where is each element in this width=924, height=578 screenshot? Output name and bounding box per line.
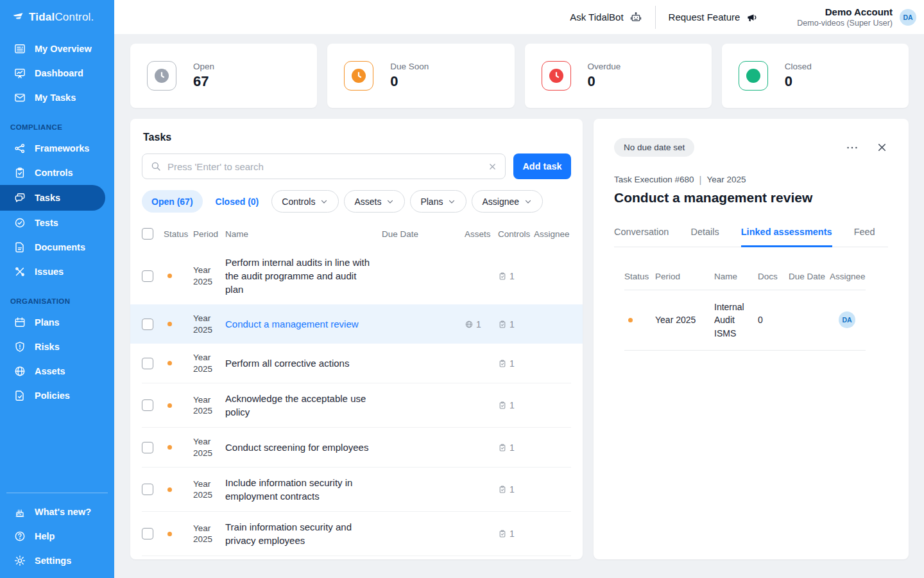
task-name[interactable]: Perform internal audits in line with the… bbox=[225, 256, 382, 296]
clipboard-icon bbox=[498, 320, 507, 329]
sidebar-item-tasks[interactable]: Tasks bbox=[0, 185, 105, 211]
task-name[interactable]: Train information security and privacy e… bbox=[225, 520, 382, 547]
filter-open-tab[interactable]: Open (67) bbox=[142, 190, 203, 213]
clipboard-icon bbox=[498, 272, 507, 281]
row-checkbox[interactable] bbox=[142, 319, 153, 330]
task-row[interactable]: Year 2025 Perform internal audits in lin… bbox=[142, 247, 571, 304]
clipboard-icon bbox=[498, 359, 507, 368]
sidebar-item-frameworks[interactable]: Frameworks bbox=[0, 136, 114, 161]
content: Open 67 Due Soon 0 bbox=[114, 34, 924, 578]
controls-count: 1 bbox=[498, 442, 534, 453]
stat-value: 0 bbox=[390, 73, 429, 90]
tab-linked-assessments[interactable]: Linked assessments bbox=[741, 227, 832, 247]
sidebar-item-my-overview[interactable]: My Overview bbox=[0, 37, 114, 61]
more-options-button[interactable] bbox=[845, 141, 859, 155]
chevron-down-icon bbox=[524, 197, 533, 206]
request-feature-button[interactable]: Request Feature bbox=[669, 11, 759, 24]
column-period: Period bbox=[655, 272, 714, 281]
sidebar-item-whats-new[interactable]: What's new? bbox=[0, 500, 114, 524]
stat-label: Due Soon bbox=[390, 62, 429, 71]
close-panel-button[interactable] bbox=[876, 141, 888, 153]
clear-search-icon[interactable] bbox=[488, 162, 497, 171]
task-period: Year 2025 bbox=[193, 436, 225, 459]
sidebar-item-assets[interactable]: Assets bbox=[0, 359, 114, 383]
filter-assets-dropdown[interactable]: Assets bbox=[344, 190, 405, 213]
task-period: Year 2025 bbox=[193, 352, 225, 374]
row-checkbox[interactable] bbox=[142, 484, 153, 495]
search-box[interactable] bbox=[142, 153, 506, 179]
globe-icon bbox=[465, 320, 474, 329]
task-period: Year 2025 bbox=[193, 394, 225, 417]
task-name[interactable]: Perform all corrective actions bbox=[225, 356, 382, 370]
task-row-selected[interactable]: Year 2025 Conduct a management review 1 … bbox=[130, 304, 583, 344]
sidebar-item-documents[interactable]: Documents bbox=[0, 235, 114, 259]
tools-icon bbox=[13, 265, 26, 278]
close-icon bbox=[876, 141, 888, 153]
sidebar-item-my-tasks[interactable]: My Tasks bbox=[0, 85, 114, 110]
task-row[interactable]: Year 2025 Implement awareness training f… bbox=[142, 556, 571, 559]
controls-count: 1 bbox=[498, 319, 534, 329]
row-checkbox[interactable] bbox=[142, 528, 153, 539]
linked-assessment-row[interactable]: Year 2025 Internal Audit ISMS 0 DA bbox=[624, 290, 866, 351]
status-dot-icon bbox=[167, 361, 172, 365]
row-checkbox[interactable] bbox=[142, 442, 153, 453]
task-row[interactable]: Year 2025 Include information security i… bbox=[142, 467, 571, 511]
stat-value: 0 bbox=[588, 73, 621, 90]
sidebar-item-dashboard[interactable]: Dashboard bbox=[0, 61, 114, 85]
task-row[interactable]: Year 2025 Perform all corrective actions… bbox=[142, 344, 571, 383]
account-menu[interactable]: Demo Account Demo-videos (Super User) bbox=[797, 6, 893, 28]
globe-icon bbox=[13, 365, 26, 378]
filter-assignee-dropdown[interactable]: Assignee bbox=[472, 190, 543, 213]
assessment-period: Year 2025 bbox=[655, 315, 714, 325]
task-period: Year 2025 bbox=[193, 265, 225, 287]
task-name-link[interactable]: Conduct a management review bbox=[225, 317, 382, 331]
filter-closed-tab[interactable]: Closed (0) bbox=[208, 190, 267, 213]
tab-feed[interactable]: Feed bbox=[854, 227, 875, 247]
sidebar-item-issues[interactable]: Issues bbox=[0, 259, 114, 284]
column-period: Period bbox=[193, 229, 225, 239]
logo[interactable]: TidalControl. bbox=[0, 0, 114, 37]
sidebar-item-tests[interactable]: Tests bbox=[0, 211, 114, 235]
task-period: Year 2025 bbox=[193, 478, 225, 501]
task-name[interactable]: Conduct screening for employees bbox=[225, 441, 382, 454]
row-checkbox[interactable] bbox=[142, 399, 153, 411]
sidebar-item-risks[interactable]: Risks bbox=[0, 335, 114, 359]
ask-tidalbot-button[interactable]: Ask TidalBot bbox=[570, 11, 642, 24]
stat-card-open: Open 67 bbox=[130, 44, 317, 108]
sidebar-item-label: My Tasks bbox=[35, 92, 76, 103]
account-avatar[interactable]: DA bbox=[900, 9, 916, 26]
task-name[interactable]: Acknowledge the acceptable use policy bbox=[225, 392, 382, 419]
assignee-avatar[interactable]: DA bbox=[839, 311, 855, 328]
assessment-name[interactable]: Internal Audit ISMS bbox=[714, 301, 758, 340]
sidebar-item-policies[interactable]: Policies bbox=[0, 383, 114, 408]
request-feature-label: Request Feature bbox=[669, 12, 740, 22]
sidebar-item-controls[interactable]: Controls bbox=[0, 161, 114, 185]
sidebar-item-label: Settings bbox=[35, 556, 71, 566]
search-input[interactable] bbox=[167, 161, 482, 172]
filter-controls-dropdown[interactable]: Controls bbox=[271, 190, 339, 213]
row-checkbox[interactable] bbox=[142, 270, 153, 282]
sidebar-item-label: Policies bbox=[35, 390, 70, 401]
status-dot-icon bbox=[167, 322, 172, 326]
tab-details[interactable]: Details bbox=[690, 227, 719, 247]
stat-value: 0 bbox=[785, 73, 812, 90]
task-row[interactable]: Year 2025 Conduct screening for employee… bbox=[142, 427, 571, 467]
sidebar-divider bbox=[6, 493, 108, 493]
task-name[interactable]: Include information security in employme… bbox=[225, 476, 382, 503]
stat-card-due-soon: Due Soon 0 bbox=[327, 44, 514, 108]
sidebar-item-settings[interactable]: Settings bbox=[0, 548, 114, 573]
task-row[interactable]: Year 2025 Acknowledge the acceptable use… bbox=[142, 383, 571, 427]
sidebar-item-help[interactable]: Help bbox=[0, 524, 114, 548]
filter-plans-dropdown[interactable]: Plans bbox=[410, 190, 466, 213]
sidebar-item-label: My Overview bbox=[35, 44, 92, 54]
tab-conversation[interactable]: Conversation bbox=[614, 227, 669, 247]
column-assignee: Assignee bbox=[830, 272, 866, 281]
row-checkbox[interactable] bbox=[142, 358, 153, 369]
sidebar-item-plans[interactable]: Plans bbox=[0, 310, 114, 335]
select-all-checkbox[interactable] bbox=[142, 228, 153, 240]
task-row[interactable]: Year 2025 Train information security and… bbox=[142, 511, 571, 556]
sidebar: TidalControl. My Overview Dashboard My T… bbox=[0, 0, 114, 578]
linked-assessments-table: Status Period Name Docs Due Date Assigne… bbox=[624, 272, 866, 351]
stat-label: Open bbox=[193, 62, 214, 71]
add-task-button[interactable]: Add task bbox=[513, 153, 571, 179]
